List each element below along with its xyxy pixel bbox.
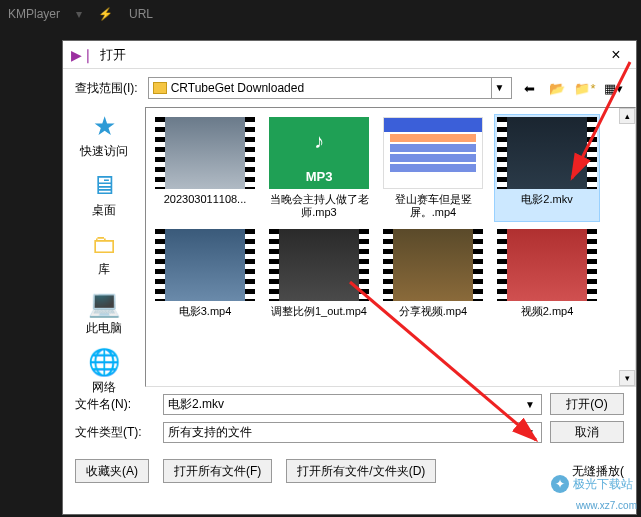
watermark-url: www.xz7.com [576, 500, 637, 511]
svg-line-1 [350, 282, 536, 440]
watermark: ✦ 极光下载站 [551, 475, 633, 493]
watermark-text: 极光下载站 [573, 476, 633, 493]
aurora-icon: ✦ [551, 475, 569, 493]
svg-line-0 [572, 62, 630, 178]
annotation-arrow-1 [0, 0, 641, 517]
